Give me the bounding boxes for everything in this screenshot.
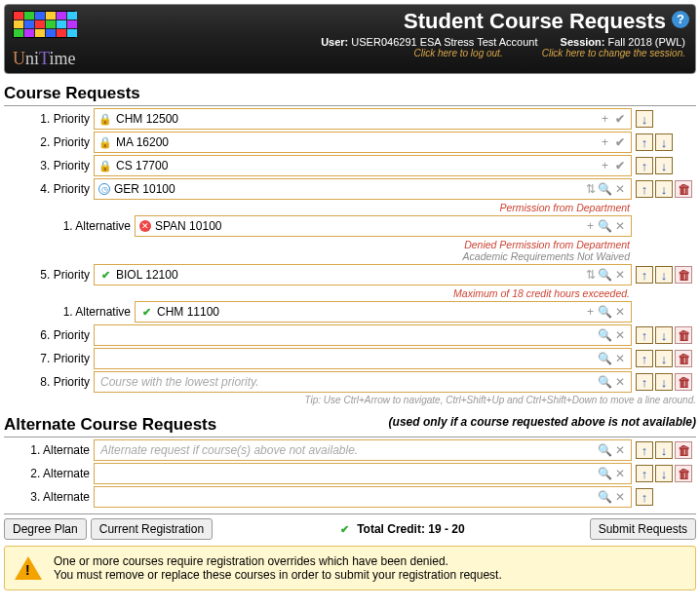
course-input[interactable] [98,327,598,343]
delete-button[interactable]: 🗑 [675,266,692,284]
move-down-button[interactable]: ↓ [655,441,673,459]
move-up-button[interactable]: ↑ [636,266,653,284]
request-row: 1. Alternative ✔ +🔍✕ [4,301,696,323]
search-icon[interactable]: 🔍 [598,328,612,342]
brand-text: UniTime [13,49,75,69]
search-icon[interactable]: 🔍 [598,305,612,319]
move-down-button[interactable]: ↓ [655,157,673,174]
move-down-button[interactable]: ↓ [655,465,673,482]
course-input[interactable] [114,267,583,283]
move-down-button[interactable]: ↓ [636,110,653,128]
search-icon[interactable]: 🔍 [598,219,612,233]
move-down-button[interactable]: ↓ [655,373,673,391]
clear-icon[interactable]: ✕ [612,490,627,504]
clear-icon[interactable]: ✕ [612,467,627,480]
swap-icon[interactable]: ⇅ [583,182,598,196]
row-label: 7. Priority [4,352,90,365]
request-row: 6. Priority 🔍✕ ↑↓🗑 [4,324,696,346]
course-input[interactable] [98,351,598,366]
clear-icon[interactable]: ✕ [612,443,627,457]
request-row: 1. Priority 🔒 +✔ ↓ [4,108,696,130]
row-label: 5. Priority [4,268,90,282]
submit-requests-button[interactable]: Submit Requests [590,518,696,540]
delete-button[interactable]: 🗑 [675,326,692,344]
request-row: 3. Priority 🔒 +✔ ↑↓ [4,155,696,176]
status-text: Academic Requirements Not Waived [4,250,696,262]
warning-line-1: One or more courses require registration… [54,554,502,568]
add-icon[interactable]: + [583,219,598,233]
move-up-button[interactable]: ↑ [636,133,653,151]
search-icon[interactable]: 🔍 [598,352,612,365]
move-down-button[interactable]: ↓ [655,326,673,344]
course-input[interactable] [155,304,583,320]
course-input[interactable] [114,158,598,173]
course-input[interactable] [153,218,583,234]
clear-icon[interactable]: ✕ [612,375,627,389]
lock-icon: 🔒 [98,159,112,172]
delete-button[interactable]: 🗑 [675,373,692,391]
course-input-wrap: 🔍✕ [94,324,632,346]
course-input[interactable] [98,442,598,458]
current-registration-button[interactable]: Current Registration [91,518,213,540]
delete-button[interactable]: 🗑 [675,441,692,459]
lock-icon: 🔒 [98,112,112,126]
search-icon[interactable]: 🔍 [598,182,612,196]
clear-icon[interactable]: ✕ [612,352,627,365]
clear-icon[interactable]: ✕ [612,328,627,342]
degree-plan-button[interactable]: Degree Plan [4,518,87,540]
swap-icon[interactable]: ⇅ [583,268,598,282]
course-input-wrap: 🔍✕ [94,439,632,461]
course-input[interactable] [114,111,598,127]
add-icon[interactable]: + [598,135,612,149]
delete-button[interactable]: 🗑 [675,465,692,482]
check-icon: ✔ [612,159,627,172]
course-input-wrap: 🔍✕ [94,371,632,393]
warning-banner: One or more courses require registration… [4,546,696,590]
search-icon[interactable]: 🔍 [598,443,612,457]
course-input[interactable] [98,466,598,481]
check-icon: ✔ [612,112,627,126]
clear-icon[interactable]: ✕ [612,305,627,319]
search-icon[interactable]: 🔍 [598,467,612,480]
request-row: 2. Priority 🔒 +✔ ↑↓ [4,132,696,153]
delete-button[interactable]: 🗑 [675,180,692,198]
move-up-button[interactable]: ↑ [636,157,653,174]
move-down-button[interactable]: ↓ [655,133,673,151]
logout-link[interactable]: Click here to log out. [414,48,503,58]
search-icon[interactable]: 🔍 [598,375,612,389]
course-input[interactable] [98,489,598,505]
clear-icon[interactable]: ✕ [612,219,627,233]
course-requests-heading: Course Requests [4,84,696,106]
move-down-button[interactable]: ↓ [655,350,673,367]
move-up-button[interactable]: ↑ [636,441,653,459]
course-input[interactable] [112,181,583,197]
search-icon[interactable]: 🔍 [598,490,612,504]
move-up-button[interactable]: ↑ [636,373,653,391]
row-label: 4. Priority [4,182,90,196]
move-up-button[interactable]: ↑ [636,180,653,198]
move-up-button[interactable]: ↑ [636,326,653,344]
move-up-button[interactable]: ↑ [636,488,653,506]
move-down-button[interactable]: ↓ [655,266,673,284]
warning-icon [15,556,42,580]
course-input-wrap: 🔍✕ [94,486,632,508]
move-down-button[interactable]: ↓ [655,180,673,198]
row-label: 3. Alternate [4,490,90,504]
status-text: Permission from Department [4,202,696,213]
course-input[interactable] [98,374,598,390]
change-session-link[interactable]: Click here to change the session. [542,48,685,58]
add-icon[interactable]: + [598,159,612,172]
move-up-button[interactable]: ↑ [636,465,653,482]
delete-button[interactable]: 🗑 [675,350,692,367]
move-up-button[interactable]: ↑ [636,350,653,367]
clock-icon: ◷ [98,183,110,195]
course-input-wrap: ◷ ⇅🔍✕ [94,178,632,200]
clear-icon[interactable]: ✕ [612,182,627,196]
add-icon[interactable]: + [598,112,612,126]
alternate-requests-heading: Alternate Course Requests (used only if … [4,415,696,437]
help-icon[interactable]: ? [672,11,689,28]
clear-icon[interactable]: ✕ [612,268,627,282]
course-input[interactable] [114,134,598,150]
search-icon[interactable]: 🔍 [598,268,612,282]
add-icon[interactable]: + [583,305,598,319]
